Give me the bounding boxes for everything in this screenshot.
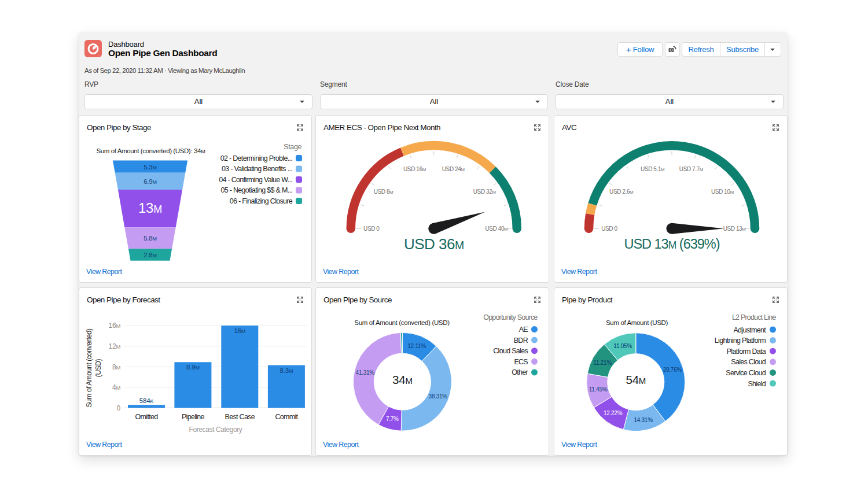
svg-text:BDR: BDR bbox=[514, 337, 528, 345]
svg-text:USD 13M (639%): USD 13M (639%) bbox=[624, 236, 719, 252]
svg-text:04 - Confirming Value W...: 04 - Confirming Value W... bbox=[219, 176, 292, 184]
svg-text:12.22%: 12.22% bbox=[604, 410, 623, 416]
svg-text:11.05%: 11.05% bbox=[613, 343, 632, 349]
svg-text:06 - Finalizing Closure: 06 - Finalizing Closure bbox=[230, 197, 293, 205]
svg-text:USD 2.6M: USD 2.6M bbox=[609, 188, 633, 195]
svg-text:5.3M: 5.3M bbox=[144, 164, 157, 171]
svg-text:12.11%: 12.11% bbox=[407, 343, 426, 349]
svg-text:USD 0: USD 0 bbox=[601, 225, 617, 232]
svg-text:4M: 4M bbox=[112, 383, 120, 391]
svg-text:14.31%: 14.31% bbox=[634, 417, 653, 423]
svg-text:02 - Determining Proble...: 02 - Determining Proble... bbox=[220, 154, 292, 162]
svg-text:Lightning Platform: Lightning Platform bbox=[715, 337, 766, 345]
svg-text:16M: 16M bbox=[234, 327, 245, 334]
svg-text:USD 0: USD 0 bbox=[363, 225, 380, 232]
svg-text:USD 8M: USD 8M bbox=[374, 188, 393, 195]
svg-text:Forecast Category: Forecast Category bbox=[189, 426, 242, 434]
svg-text:0: 0 bbox=[117, 404, 121, 412]
svg-text:Sum of Amount (converted) (USD: Sum of Amount (converted) (USD) bbox=[354, 319, 450, 326]
svg-text:8.3M: 8.3M bbox=[280, 367, 293, 374]
svg-text:AE: AE bbox=[519, 326, 528, 334]
svg-text:54M: 54M bbox=[626, 373, 646, 386]
svg-text:41.31%: 41.31% bbox=[356, 369, 375, 376]
svg-text:8.9M: 8.9M bbox=[186, 364, 200, 371]
svg-text:6.9M: 6.9M bbox=[144, 178, 157, 185]
svg-text:39.76%: 39.76% bbox=[663, 367, 682, 373]
svg-text:Commit: Commit bbox=[275, 413, 298, 421]
svg-text:584K: 584K bbox=[139, 397, 154, 404]
svg-text:USD 16M: USD 16M bbox=[403, 166, 426, 172]
svg-text:USD 32M: USD 32M bbox=[473, 188, 496, 195]
svg-text:USD 36M: USD 36M bbox=[404, 235, 464, 253]
svg-text:16M: 16M bbox=[108, 321, 120, 330]
svg-text:2.8M: 2.8M bbox=[144, 252, 157, 258]
svg-text:05 - Negotiating $$ & M...: 05 - Negotiating $$ & M... bbox=[220, 186, 292, 194]
svg-text:USD 10M: USD 10M bbox=[711, 188, 734, 195]
svg-text:Platform Data: Platform Data bbox=[727, 347, 766, 356]
svg-text:Shield: Shield bbox=[748, 380, 766, 388]
svg-text:12M: 12M bbox=[108, 342, 120, 350]
svg-text:03 - Validating Benefits ...: 03 - Validating Benefits ... bbox=[222, 165, 292, 173]
svg-text:Sales Cloud: Sales Cloud bbox=[731, 358, 766, 366]
svg-text:38.31%: 38.31% bbox=[429, 393, 448, 400]
svg-text:5.8M: 5.8M bbox=[144, 235, 157, 242]
svg-text:Opportunity Source: Opportunity Source bbox=[483, 313, 538, 321]
svg-text:USD 13M: USD 13M bbox=[723, 225, 746, 232]
svg-text:Sum of Amount (converted): Sum of Amount (converted) bbox=[85, 328, 93, 407]
svg-text:Stage: Stage bbox=[284, 143, 301, 151]
svg-text:Service Cloud: Service Cloud bbox=[726, 369, 766, 377]
svg-text:Adjustment: Adjustment bbox=[733, 326, 766, 334]
svg-text:USD 40M: USD 40M bbox=[485, 225, 507, 232]
svg-text:Other: Other bbox=[512, 368, 528, 376]
svg-text:ECS: ECS bbox=[514, 358, 528, 366]
svg-text:Omitted: Omitted bbox=[135, 413, 159, 421]
svg-text:7.7%: 7.7% bbox=[386, 416, 399, 422]
svg-text:11.21%: 11.21% bbox=[593, 360, 612, 366]
svg-text:Sum of Amount (converted) (USD: Sum of Amount (converted) (USD): 34M bbox=[97, 147, 205, 154]
svg-text:USD 24M: USD 24M bbox=[442, 166, 465, 172]
svg-text:11.45%: 11.45% bbox=[589, 386, 608, 393]
svg-text:8M: 8M bbox=[112, 363, 120, 371]
svg-text:Pipeline: Pipeline bbox=[182, 413, 205, 421]
svg-text:34M: 34M bbox=[392, 373, 413, 386]
svg-text:L2 Product Line: L2 Product Line bbox=[732, 313, 776, 321]
svg-text:USD 5.1M: USD 5.1M bbox=[641, 166, 664, 172]
svg-text:(USD): (USD) bbox=[94, 358, 102, 377]
svg-text:Cloud Sales: Cloud Sales bbox=[493, 347, 528, 355]
svg-text:Best Case: Best Case bbox=[225, 413, 255, 421]
svg-text:USD 7.7M: USD 7.7M bbox=[679, 166, 703, 172]
svg-text:Sum of Amount (USD): Sum of Amount (USD) bbox=[606, 319, 668, 326]
